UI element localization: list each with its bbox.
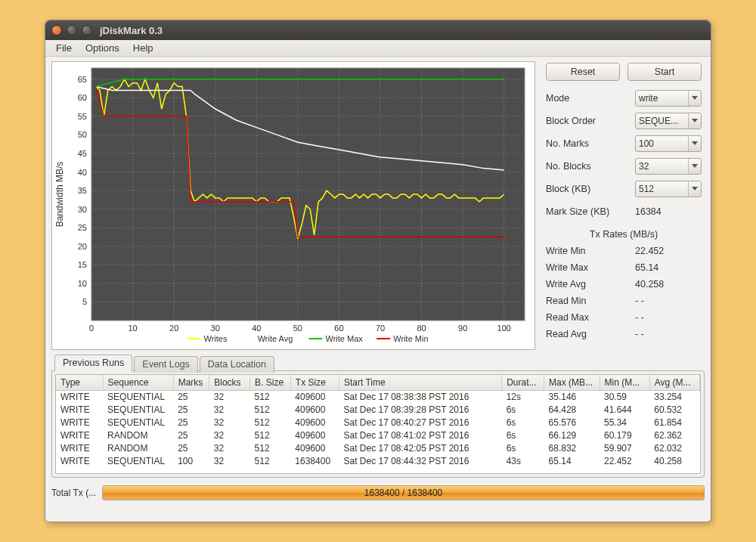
controls-panel: Reset Start Mode write Block Order SEQUE… <box>543 61 705 350</box>
block-kb-spinner[interactable]: 512 <box>635 181 702 197</box>
runs-table[interactable]: TypeSequenceMarksBlocksB. SizeTx SizeSta… <box>56 375 700 468</box>
write-max-label: Write Max <box>546 262 635 273</box>
minimize-icon[interactable] <box>67 25 77 36</box>
svg-text:15: 15 <box>78 260 87 269</box>
chevron-down-icon <box>692 119 698 122</box>
table-header[interactable]: Avg (M... <box>649 375 699 391</box>
svg-text:Writes: Writes <box>204 334 228 343</box>
write-avg-label: Write Avg <box>546 279 635 290</box>
svg-text:Write Max: Write Max <box>326 334 364 343</box>
table-header[interactable]: Tx Size <box>290 375 339 391</box>
table-header[interactable]: Max (MB... <box>544 375 600 391</box>
progress-text: 1638400 / 1638400 <box>103 488 704 498</box>
mode-select[interactable]: write <box>635 90 702 107</box>
chevron-down-icon <box>692 187 698 190</box>
mark-size-label: Mark Size (KB) <box>546 206 635 217</box>
read-max-value: - - <box>635 312 702 323</box>
table-row[interactable]: WRITESEQUENTIAL100325121638400Sat Dec 17… <box>56 455 700 468</box>
menu-help[interactable]: Help <box>127 41 160 55</box>
write-avg-value: 40.258 <box>635 279 702 290</box>
app-window: jDiskMark 0.3 File Options Help 01020304… <box>45 20 711 522</box>
svg-text:40: 40 <box>252 324 261 333</box>
table-row[interactable]: WRITERANDOM2532512409600Sat Dec 17 08:41… <box>56 429 700 442</box>
table-row[interactable]: WRITESEQUENTIAL2532512409600Sat Dec 17 0… <box>56 417 700 429</box>
svg-text:Write Min: Write Min <box>393 334 428 343</box>
svg-text:45: 45 <box>78 149 87 158</box>
read-min-value: - - <box>635 296 702 306</box>
read-min-label: Read Min <box>546 296 635 306</box>
table-header[interactable]: Start Time <box>339 375 501 391</box>
svg-text:10: 10 <box>128 324 137 333</box>
write-min-value: 22.452 <box>635 246 702 256</box>
write-max-value: 65.14 <box>635 262 702 273</box>
svg-text:100: 100 <box>497 324 511 333</box>
svg-text:60: 60 <box>334 324 343 333</box>
tab-content: TypeSequenceMarksBlocksB. SizeTx SizeSta… <box>51 370 705 478</box>
total-tx-label: Total Tx (... <box>51 488 96 498</box>
svg-text:65: 65 <box>78 75 87 84</box>
svg-text:20: 20 <box>78 242 87 251</box>
tab-data-location[interactable]: Data Location <box>200 356 274 373</box>
menu-options[interactable]: Options <box>79 41 125 55</box>
maximize-icon[interactable] <box>82 25 92 36</box>
no-marks-spinner[interactable]: 100 <box>635 135 702 152</box>
read-max-label: Read Max <box>546 312 635 323</box>
svg-text:35: 35 <box>78 186 87 195</box>
svg-text:70: 70 <box>376 324 385 333</box>
svg-text:80: 80 <box>417 324 426 333</box>
svg-rect-0 <box>91 68 525 321</box>
tab-previous-runs[interactable]: Previous Runs <box>54 355 132 371</box>
table-header[interactable]: Type <box>56 375 103 391</box>
svg-text:30: 30 <box>211 324 220 333</box>
no-blocks-spinner[interactable]: 32 <box>635 158 702 175</box>
table-row[interactable]: WRITESEQUENTIAL2532512409600Sat Dec 17 0… <box>56 404 700 417</box>
chevron-down-icon <box>692 164 698 168</box>
svg-text:10: 10 <box>78 279 87 288</box>
read-avg-label: Read Avg <box>546 329 635 339</box>
table-header[interactable]: Marks <box>173 375 209 391</box>
menu-file[interactable]: File <box>50 41 78 55</box>
svg-text:60: 60 <box>78 93 87 102</box>
table-header[interactable]: Durat... <box>502 375 544 391</box>
block-kb-label: Block (KB) <box>546 184 635 194</box>
tab-bar: Previous Runs Event Logs Data Location <box>51 355 705 371</box>
write-min-label: Write Min <box>546 246 635 256</box>
mark-size-value: 16384 <box>635 206 702 217</box>
table-header[interactable]: B. Size <box>250 375 291 391</box>
table-header[interactable]: Blocks <box>209 375 250 391</box>
svg-text:Write Avg: Write Avg <box>258 334 293 343</box>
svg-text:55: 55 <box>78 112 87 121</box>
svg-text:90: 90 <box>458 324 467 333</box>
table-header[interactable]: Min (M... <box>600 375 649 391</box>
table-header[interactable]: Sequence <box>103 375 173 391</box>
chevron-down-icon <box>692 96 698 100</box>
mode-label: Mode <box>546 93 635 104</box>
svg-text:0: 0 <box>89 324 94 333</box>
window-title: jDiskMark 0.3 <box>100 25 163 36</box>
start-button[interactable]: Start <box>627 63 702 81</box>
menubar: File Options Help <box>45 40 711 57</box>
progress-bar: 1638400 / 1638400 <box>102 485 705 500</box>
table-row[interactable]: WRITERANDOM2532512409600Sat Dec 17 08:42… <box>56 442 700 455</box>
chevron-down-icon <box>692 141 698 145</box>
no-blocks-label: No. Blocks <box>546 161 635 172</box>
reset-button[interactable]: Reset <box>546 63 620 81</box>
svg-text:20: 20 <box>169 324 178 333</box>
tx-rates-header: Tx Rates (MB/s) <box>546 229 702 240</box>
no-marks-label: No. Marks <box>546 138 635 149</box>
block-order-label: Block Order <box>546 116 635 126</box>
read-avg-value: - - <box>635 329 702 339</box>
tab-event-logs[interactable]: Event Logs <box>134 356 198 373</box>
titlebar[interactable]: jDiskMark 0.3 <box>45 20 711 40</box>
svg-text:30: 30 <box>78 205 87 214</box>
block-order-select[interactable]: SEQUE... <box>635 113 702 129</box>
bandwidth-chart: 0102030405060708090100510152025303540455… <box>51 61 535 350</box>
svg-text:50: 50 <box>78 130 87 139</box>
svg-text:25: 25 <box>78 223 87 232</box>
svg-text:5: 5 <box>82 297 87 306</box>
svg-text:40: 40 <box>78 168 87 177</box>
svg-text:Bandwidth MB/s: Bandwidth MB/s <box>54 162 65 228</box>
svg-text:50: 50 <box>293 324 302 333</box>
table-row[interactable]: WRITESEQUENTIAL2532512409600Sat Dec 17 0… <box>56 391 700 404</box>
close-icon[interactable] <box>51 25 62 36</box>
